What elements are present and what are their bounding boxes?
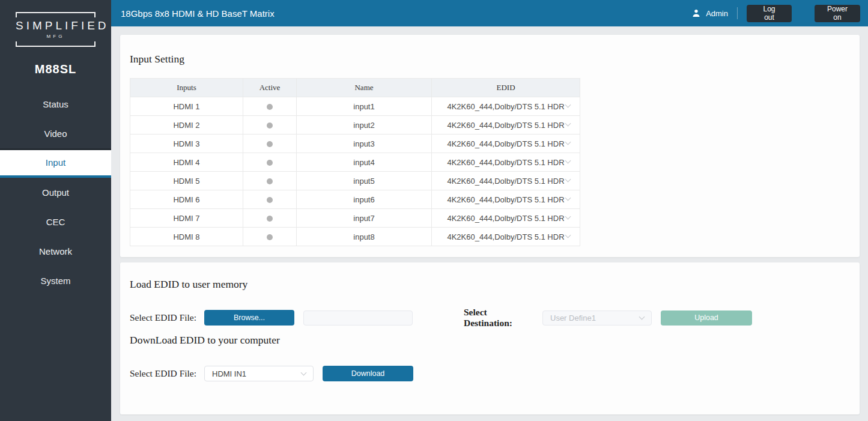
edid-select-value: 4K2K60_444,Dolby/DTS 5.1 HDR [447, 232, 564, 241]
col-header-name: Name [297, 79, 432, 97]
chevron-down-icon [565, 214, 571, 220]
active-indicator [267, 141, 273, 147]
edid-select-value: 4K2K60_444,Dolby/DTS 5.1 HDR [447, 195, 564, 204]
edid-select[interactable]: 4K2K60_444,Dolby/DTS 5.1 HDR [432, 97, 580, 115]
logo-frame-top [16, 12, 96, 17]
logo-frame-bottom [16, 41, 96, 47]
input-setting-panel: Input Setting Inputs Active Name EDID HD… [120, 35, 860, 257]
active-indicator [267, 197, 273, 203]
sidebar-item-output[interactable]: Output [0, 178, 111, 207]
edid-select-value: 4K2K60_444,Dolby/DTS 5.1 HDR [447, 139, 564, 148]
edid-select-value: 4K2K60_444,Dolby/DTS 5.1 HDR [447, 121, 564, 130]
user-icon [692, 9, 700, 17]
chevron-down-icon [565, 177, 571, 183]
name-cell: input1 [297, 97, 432, 116]
active-indicator [267, 216, 273, 222]
table-row: HDMI 4input44K2K60_444,Dolby/DTS 5.1 HDR [130, 153, 580, 172]
table-row: HDMI 1input14K2K60_444,Dolby/DTS 5.1 HDR [130, 97, 580, 116]
download-source-select[interactable]: HDMI IN1 [204, 366, 314, 381]
sidebar-item-video[interactable]: Video [0, 119, 111, 148]
name-cell: input3 [297, 135, 432, 153]
brand-logo: SIMPLIFIED MFG [16, 12, 96, 47]
active-cell [243, 135, 297, 153]
download-button[interactable]: Download [323, 366, 413, 381]
chevron-down-icon [565, 195, 571, 201]
sidebar-item-cec[interactable]: CEC [0, 207, 111, 237]
chevron-down-icon [565, 158, 571, 164]
page-title: 18Gbps 8x8 HDMI & HD BaseT Matrix [121, 8, 692, 19]
input-label-cell: HDMI 1 [130, 97, 243, 116]
sidebar-item-input[interactable]: Input [0, 148, 111, 178]
download-source-select-value: HDMI IN1 [212, 369, 246, 378]
main-area: 18Gbps 8x8 HDMI & HD BaseT Matrix Admin … [111, 0, 868, 421]
header-divider [737, 7, 738, 19]
sidebar-nav: Status Video Input Output CEC Network Sy… [0, 89, 111, 295]
chevron-down-icon [565, 121, 571, 127]
edid-select[interactable]: 4K2K60_444,Dolby/DTS 5.1 HDR [432, 116, 580, 134]
sidebar-item-system[interactable]: System [0, 266, 111, 295]
browse-button[interactable]: Browse... [204, 310, 294, 326]
edid-select[interactable]: 4K2K60_444,Dolby/DTS 5.1 HDR [432, 153, 580, 171]
edid-select[interactable]: 4K2K60_444,Dolby/DTS 5.1 HDR [432, 228, 580, 246]
col-header-inputs: Inputs [130, 79, 243, 97]
sidebar: SIMPLIFIED MFG M88SL Status Video Input … [0, 0, 111, 421]
load-edid-row: Select EDID File: Browse... Select Desti… [130, 310, 850, 326]
active-cell [243, 228, 297, 246]
top-bar: 18Gbps 8x8 HDMI & HD BaseT Matrix Admin … [111, 0, 868, 26]
edid-cell: 4K2K60_444,Dolby/DTS 5.1 HDR [432, 172, 580, 190]
table-row: HDMI 8input84K2K60_444,Dolby/DTS 5.1 HDR [130, 228, 580, 246]
name-cell: input7 [297, 209, 432, 228]
edid-select-value: 4K2K60_444,Dolby/DTS 5.1 HDR [447, 177, 564, 186]
input-label-cell: HDMI 2 [130, 116, 243, 135]
power-on-button[interactable]: Power on [815, 5, 860, 22]
select-edid-file-label: Select EDID File: [130, 312, 204, 323]
edid-file-input[interactable] [303, 310, 413, 326]
edid-select-value: 4K2K60_444,Dolby/DTS 5.1 HDR [447, 214, 564, 223]
edid-select[interactable]: 4K2K60_444,Dolby/DTS 5.1 HDR [432, 135, 580, 153]
active-cell [243, 190, 297, 209]
name-cell: input5 [297, 172, 432, 190]
edid-select-value: 4K2K60_444,Dolby/DTS 5.1 HDR [447, 158, 564, 167]
sidebar-item-status[interactable]: Status [0, 89, 111, 119]
edid-select[interactable]: 4K2K60_444,Dolby/DTS 5.1 HDR [432, 209, 580, 227]
active-indicator [267, 123, 273, 129]
table-row: HDMI 2input24K2K60_444,Dolby/DTS 5.1 HDR [130, 116, 580, 135]
edid-cell: 4K2K60_444,Dolby/DTS 5.1 HDR [432, 97, 580, 116]
active-cell [243, 97, 297, 116]
active-cell [243, 209, 297, 228]
table-row: HDMI 7input74K2K60_444,Dolby/DTS 5.1 HDR [130, 209, 580, 228]
sidebar-item-network[interactable]: Network [0, 237, 111, 266]
download-select-edid-file-label: Select EDID File: [130, 368, 204, 379]
chevron-down-icon [565, 232, 571, 238]
active-cell [243, 172, 297, 190]
user-name: Admin [706, 9, 728, 18]
name-cell: input4 [297, 153, 432, 172]
col-header-active: Active [243, 79, 297, 97]
input-label-cell: HDMI 5 [130, 172, 243, 190]
input-label-cell: HDMI 4 [130, 153, 243, 172]
destination-select-value: User Define1 [550, 313, 596, 323]
table-row: HDMI 5input54K2K60_444,Dolby/DTS 5.1 HDR [130, 172, 580, 190]
logout-button[interactable]: Log out [747, 5, 792, 22]
edid-cell: 4K2K60_444,Dolby/DTS 5.1 HDR [432, 190, 580, 209]
destination-select[interactable]: User Define1 [542, 310, 652, 326]
input-label-cell: HDMI 6 [130, 190, 243, 209]
chevron-down-icon [301, 369, 307, 375]
chevron-down-icon [565, 139, 571, 145]
edid-select[interactable]: 4K2K60_444,Dolby/DTS 5.1 HDR [432, 172, 580, 190]
table-row: HDMI 3input34K2K60_444,Dolby/DTS 5.1 HDR [130, 135, 580, 153]
upload-button[interactable]: Upload [661, 310, 752, 326]
edid-select[interactable]: 4K2K60_444,Dolby/DTS 5.1 HDR [432, 190, 580, 208]
inputs-table: Inputs Active Name EDID HDMI 1input14K2K… [130, 78, 580, 246]
model-name: M88SL [0, 62, 111, 76]
load-edid-title: Load EDID to user memory [130, 262, 850, 291]
col-header-edid: EDID [432, 79, 580, 97]
active-cell [243, 116, 297, 135]
input-label-cell: HDMI 3 [130, 135, 243, 153]
input-label-cell: HDMI 7 [130, 209, 243, 228]
active-indicator [267, 234, 273, 240]
chevron-down-icon [639, 313, 645, 320]
name-cell: input2 [297, 116, 432, 135]
logo-text: SIMPLIFIED [16, 19, 96, 32]
name-cell: input8 [297, 228, 432, 246]
